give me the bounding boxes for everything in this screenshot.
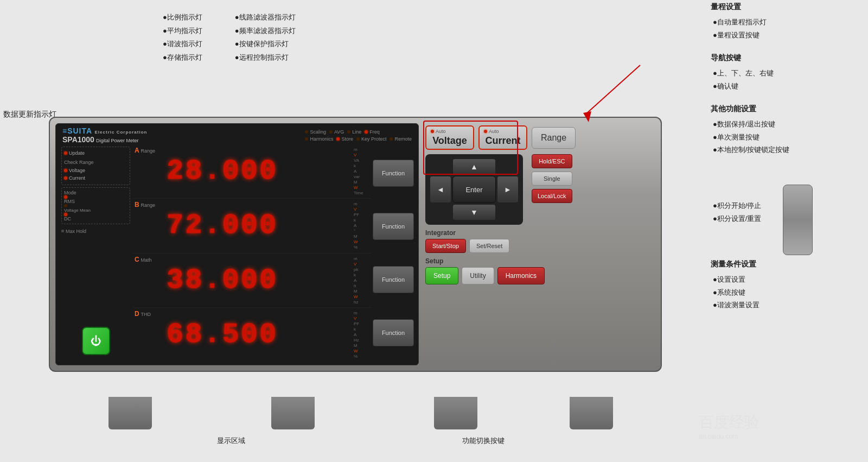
local-lock-label: Local/Lock [538, 193, 566, 199]
voltage-button[interactable]: Auto Voltage [425, 125, 474, 150]
current-label: Current [69, 174, 85, 182]
rms-row: RMS [64, 195, 127, 204]
utility-btn-label: Utility [470, 272, 486, 280]
ch-b-u9: % [354, 245, 358, 250]
setup-header: Setup [425, 257, 653, 265]
top-annotations: ●比例指示灯 ●平均指示灯 ●谐波指示灯 ●存储指示灯 ●线路滤波器指示灯 ●频… [163, 11, 542, 65]
ch-b-u6: ° [354, 229, 355, 233]
nav-left-button[interactable]: ◄ [430, 176, 451, 203]
other-item3: ●本地控制/按键锁定按键 [711, 143, 863, 156]
range-button[interactable]: Range [532, 127, 576, 149]
led-store [336, 137, 340, 141]
current-auto-label: Auto [489, 129, 499, 134]
led-freq [365, 130, 368, 134]
start-stop-button[interactable]: Start/Stop [425, 239, 466, 253]
ch-a-u7: M [354, 180, 358, 185]
ch-a-u5: A [354, 169, 356, 174]
update-row: Update [64, 149, 127, 157]
led-remote [390, 137, 393, 141]
nav-control-row: ▲ ◄ Enter ► ▼ [425, 154, 653, 225]
ch-c-u6: h [354, 283, 356, 288]
ch-b-u5: A [354, 223, 356, 228]
nav-down-icon: ▼ [470, 208, 478, 217]
ch-b-sub: Range [141, 202, 155, 208]
utility-button[interactable]: Utility [462, 267, 494, 284]
single-button[interactable]: Single [532, 172, 572, 186]
control-section: Auto Voltage Auto Current Range [423, 123, 655, 365]
ch-d-u7: M [354, 343, 358, 348]
meas-item2: ●系统按键 [711, 286, 863, 299]
label-freq: Freq [369, 129, 380, 135]
voltage-auto-label: Auto [436, 129, 446, 134]
channel-a-label: A Range [132, 144, 162, 154]
led-line [347, 130, 350, 134]
led-harmonics [305, 137, 308, 141]
volt-mean-row: Voltage Mean [64, 204, 127, 213]
right-section-range: 量程设置 ●自动量程指示灯 ●量程设置按键 [711, 0, 863, 41]
function-btn-a[interactable]: Function [373, 160, 414, 187]
mode-section: Mode RMS Voltage Mean DC [61, 187, 130, 224]
ch-b-u7: M [354, 234, 358, 239]
harmonics-button[interactable]: Harmonics [497, 267, 545, 284]
indicator-store: Store [336, 136, 353, 142]
hold-esc-button[interactable]: Hold/ESC [532, 154, 572, 168]
top-ann-col-1: ●比例指示灯 ●平均指示灯 ●谐波指示灯 ●存储指示灯 [163, 11, 202, 65]
local-lock-button[interactable]: Local/Lock [532, 189, 572, 203]
ch-c-u4: k [354, 273, 356, 277]
ch-a-u8: W [354, 185, 358, 190]
led-update [64, 151, 67, 155]
watermark: 百度经验 an.baidu.com [699, 412, 760, 440]
led-current-auto [484, 130, 487, 133]
nav-right-button[interactable]: ► [497, 176, 519, 203]
integrator-section: Integrator Start/Stop Set/Reset [425, 229, 653, 253]
ch-b-value: 72.000 [162, 210, 353, 242]
ch-d-u4: k [354, 327, 356, 332]
current-row: Current [64, 174, 127, 182]
channel-c-label: C Math [132, 254, 162, 263]
check-range-label: Check Range [64, 159, 127, 166]
ch-d-u2: V [354, 316, 356, 321]
power-button[interactable]: ⏻ [82, 327, 110, 355]
nav-up-icon: ▲ [470, 162, 478, 171]
function-col: Function Function Function Function [372, 144, 415, 362]
channel-d-row: D THD 68.500 m V PF k A Hz [132, 308, 372, 362]
label-avg: AVG [334, 129, 344, 135]
setup-button[interactable]: Setup [425, 267, 458, 284]
nav-enter-button[interactable]: Enter [452, 176, 496, 203]
update-label: Update [69, 149, 85, 157]
led-volt-mean [64, 204, 67, 207]
set-reset-button[interactable]: Set/Reset [469, 239, 509, 253]
function-btn-d[interactable]: Function [373, 319, 414, 346]
single-label: Single [544, 175, 560, 182]
top-ann-col-2: ●线路滤波器指示灯 ●频率滤波器指示灯 ●按键保护指示灯 ●远程控制指示灯 [235, 11, 296, 65]
instrument-panel: ≡SUITA Electric Corporation SPA1000 Digi… [49, 117, 662, 372]
ch-a-u1: m [354, 147, 358, 152]
ch-d-u5: A [354, 332, 356, 337]
nav-down-button[interactable]: ▼ [452, 204, 496, 220]
label-line: Line [352, 129, 361, 135]
set-reset-label: Set/Reset [476, 243, 502, 249]
brand-model: SPA1000 Digital Power Meter [62, 135, 147, 144]
ch-a-u6: var [354, 174, 360, 179]
current-button[interactable]: Auto Current [478, 125, 527, 150]
ch-a-units: m V VA k A var M W Time [353, 146, 372, 197]
nav-up-button[interactable]: ▲ [452, 159, 496, 175]
ch-d-letter: D [135, 310, 139, 318]
label-harmonics: Harmonics [310, 136, 333, 142]
ch-a-u9: Time [354, 191, 363, 195]
vcr-row: Auto Voltage Auto Current Range [425, 125, 653, 150]
voltage-btn-label: Voltage [431, 135, 469, 147]
channel-b-label: B Range [132, 199, 162, 208]
setup-buttons: Setup Utility Harmonics [425, 267, 653, 284]
brand-sub-text: Electric Corporation [95, 130, 148, 135]
ann-freq: ●频率滤波器指示灯 [235, 24, 296, 38]
ch-c-letter: C [135, 256, 139, 263]
nav-item1: ●上、下、左、右键 [711, 67, 863, 79]
meas-title: 测量条件设置 [711, 257, 863, 271]
led-avg [329, 130, 333, 134]
label-key-protect: Key Protect [361, 136, 387, 142]
knob[interactable] [783, 185, 813, 255]
indicator-harmonics: Harmonics [305, 136, 333, 142]
function-btn-b[interactable]: Function [373, 213, 414, 240]
function-btn-c[interactable]: Function [373, 266, 414, 293]
